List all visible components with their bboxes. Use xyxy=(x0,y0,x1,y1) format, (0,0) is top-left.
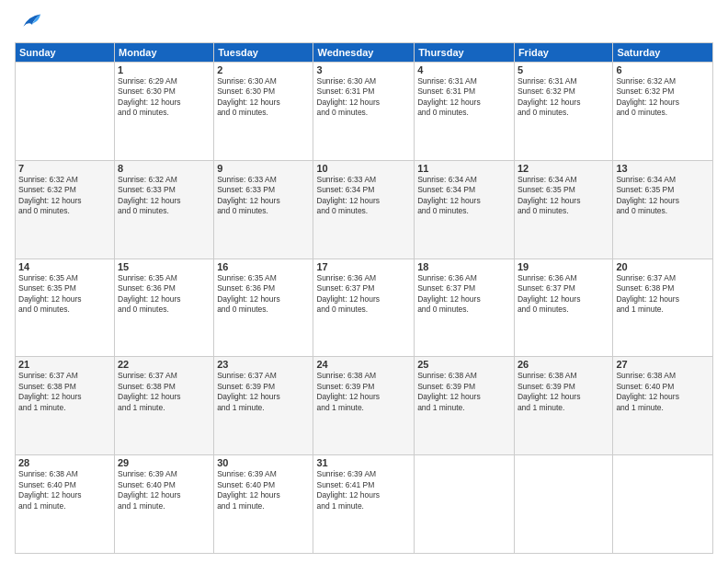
calendar-cell xyxy=(514,455,612,554)
day-info: Sunrise: 6:32 AMSunset: 6:33 PMDaylight:… xyxy=(118,175,210,217)
weekday-header-friday: Friday xyxy=(514,43,612,63)
weekday-header-tuesday: Tuesday xyxy=(214,43,313,63)
calendar-cell: 21Sunrise: 6:37 AMSunset: 6:38 PMDayligh… xyxy=(16,357,115,455)
day-number: 29 xyxy=(118,457,210,468)
calendar-cell: 28Sunrise: 6:38 AMSunset: 6:40 PMDayligh… xyxy=(16,455,115,554)
day-info: Sunrise: 6:38 AMSunset: 6:39 PMDaylight:… xyxy=(316,371,411,413)
day-number: 2 xyxy=(217,64,310,75)
day-number: 27 xyxy=(616,359,710,370)
day-number: 17 xyxy=(316,261,411,272)
day-info: Sunrise: 6:38 AMSunset: 6:40 PMDaylight:… xyxy=(18,469,111,511)
calendar-cell: 6Sunrise: 6:32 AMSunset: 6:32 PMDaylight… xyxy=(613,63,713,161)
calendar-cell: 8Sunrise: 6:32 AMSunset: 6:33 PMDaylight… xyxy=(115,160,214,259)
day-info: Sunrise: 6:34 AMSunset: 6:35 PMDaylight:… xyxy=(518,175,609,217)
calendar-cell: 12Sunrise: 6:34 AMSunset: 6:35 PMDayligh… xyxy=(514,160,612,259)
day-info: Sunrise: 6:29 AMSunset: 6:30 PMDaylight:… xyxy=(118,76,210,119)
calendar-cell xyxy=(613,455,713,554)
day-number: 12 xyxy=(518,163,609,174)
day-number: 15 xyxy=(118,261,210,272)
calendar-cell: 4Sunrise: 6:31 AMSunset: 6:31 PMDaylight… xyxy=(415,63,515,161)
calendar-cell: 29Sunrise: 6:39 AMSunset: 6:40 PMDayligh… xyxy=(115,455,214,554)
calendar-cell: 1Sunrise: 6:29 AMSunset: 6:30 PMDaylight… xyxy=(115,63,214,161)
calendar-cell: 3Sunrise: 6:30 AMSunset: 6:31 PMDaylight… xyxy=(313,63,415,161)
day-info: Sunrise: 6:35 AMSunset: 6:35 PMDaylight:… xyxy=(18,273,111,316)
day-info: Sunrise: 6:34 AMSunset: 6:34 PMDaylight:… xyxy=(417,175,511,217)
day-info: Sunrise: 6:30 AMSunset: 6:31 PMDaylight:… xyxy=(316,76,411,119)
day-info: Sunrise: 6:33 AMSunset: 6:33 PMDaylight:… xyxy=(217,175,310,217)
day-number: 14 xyxy=(18,261,111,272)
calendar-cell: 13Sunrise: 6:34 AMSunset: 6:35 PMDayligh… xyxy=(613,160,713,259)
week-row-4: 21Sunrise: 6:37 AMSunset: 6:38 PMDayligh… xyxy=(16,357,713,455)
calendar-cell: 26Sunrise: 6:38 AMSunset: 6:39 PMDayligh… xyxy=(514,357,612,455)
calendar-cell: 2Sunrise: 6:30 AMSunset: 6:30 PMDaylight… xyxy=(214,63,313,161)
day-number: 20 xyxy=(616,261,710,272)
day-number: 13 xyxy=(616,163,710,174)
day-number: 23 xyxy=(217,359,310,370)
calendar-cell: 19Sunrise: 6:36 AMSunset: 6:37 PMDayligh… xyxy=(514,259,612,357)
week-row-1: 1Sunrise: 6:29 AMSunset: 6:30 PMDaylight… xyxy=(16,63,713,161)
logo xyxy=(15,9,42,35)
calendar-cell: 23Sunrise: 6:37 AMSunset: 6:39 PMDayligh… xyxy=(214,357,313,455)
weekday-header-saturday: Saturday xyxy=(613,43,713,63)
week-row-5: 28Sunrise: 6:38 AMSunset: 6:40 PMDayligh… xyxy=(16,455,713,554)
day-number: 3 xyxy=(316,64,411,75)
day-info: Sunrise: 6:38 AMSunset: 6:39 PMDaylight:… xyxy=(417,371,511,413)
calendar-cell: 9Sunrise: 6:33 AMSunset: 6:33 PMDaylight… xyxy=(214,160,313,259)
week-row-2: 7Sunrise: 6:32 AMSunset: 6:32 PMDaylight… xyxy=(16,160,713,259)
day-number: 24 xyxy=(316,359,411,370)
day-info: Sunrise: 6:38 AMSunset: 6:40 PMDaylight:… xyxy=(616,371,710,413)
day-info: Sunrise: 6:36 AMSunset: 6:37 PMDaylight:… xyxy=(316,273,411,316)
calendar-table: SundayMondayTuesdayWednesdayThursdayFrid… xyxy=(15,42,713,554)
calendar-cell: 15Sunrise: 6:35 AMSunset: 6:36 PMDayligh… xyxy=(115,259,214,357)
day-info: Sunrise: 6:35 AMSunset: 6:36 PMDaylight:… xyxy=(118,273,210,316)
day-number: 19 xyxy=(518,261,609,272)
header xyxy=(15,9,713,35)
calendar-cell: 31Sunrise: 6:39 AMSunset: 6:41 PMDayligh… xyxy=(313,455,415,554)
weekday-header-row: SundayMondayTuesdayWednesdayThursdayFrid… xyxy=(16,43,713,63)
day-number: 18 xyxy=(417,261,511,272)
day-number: 28 xyxy=(18,457,111,468)
day-info: Sunrise: 6:34 AMSunset: 6:35 PMDaylight:… xyxy=(616,175,710,217)
day-number: 26 xyxy=(518,359,609,370)
weekday-header-thursday: Thursday xyxy=(415,43,515,63)
calendar-cell: 24Sunrise: 6:38 AMSunset: 6:39 PMDayligh… xyxy=(313,357,415,455)
day-number: 4 xyxy=(417,64,511,75)
day-info: Sunrise: 6:32 AMSunset: 6:32 PMDaylight:… xyxy=(616,76,710,119)
calendar-cell xyxy=(16,63,115,161)
calendar-cell: 11Sunrise: 6:34 AMSunset: 6:34 PMDayligh… xyxy=(415,160,515,259)
calendar-cell: 5Sunrise: 6:31 AMSunset: 6:32 PMDaylight… xyxy=(514,63,612,161)
day-info: Sunrise: 6:39 AMSunset: 6:40 PMDaylight:… xyxy=(118,469,210,511)
calendar-cell: 25Sunrise: 6:38 AMSunset: 6:39 PMDayligh… xyxy=(415,357,515,455)
day-number: 31 xyxy=(316,457,411,468)
day-number: 30 xyxy=(217,457,310,468)
calendar-cell: 22Sunrise: 6:37 AMSunset: 6:38 PMDayligh… xyxy=(115,357,214,455)
logo-bird-icon xyxy=(17,9,42,35)
day-number: 9 xyxy=(217,163,310,174)
day-info: Sunrise: 6:30 AMSunset: 6:30 PMDaylight:… xyxy=(217,76,310,119)
day-info: Sunrise: 6:33 AMSunset: 6:34 PMDaylight:… xyxy=(316,175,411,217)
day-info: Sunrise: 6:31 AMSunset: 6:32 PMDaylight:… xyxy=(518,76,609,119)
calendar-cell: 16Sunrise: 6:35 AMSunset: 6:36 PMDayligh… xyxy=(214,259,313,357)
day-info: Sunrise: 6:38 AMSunset: 6:39 PMDaylight:… xyxy=(518,371,609,413)
day-info: Sunrise: 6:39 AMSunset: 6:40 PMDaylight:… xyxy=(217,469,310,511)
day-info: Sunrise: 6:36 AMSunset: 6:37 PMDaylight:… xyxy=(518,273,609,316)
calendar-cell xyxy=(415,455,515,554)
day-number: 11 xyxy=(417,163,511,174)
day-number: 5 xyxy=(518,64,609,75)
day-info: Sunrise: 6:37 AMSunset: 6:39 PMDaylight:… xyxy=(217,371,310,413)
day-info: Sunrise: 6:37 AMSunset: 6:38 PMDaylight:… xyxy=(18,371,111,413)
weekday-header-sunday: Sunday xyxy=(16,43,115,63)
day-number: 21 xyxy=(18,359,111,370)
day-info: Sunrise: 6:35 AMSunset: 6:36 PMDaylight:… xyxy=(217,273,310,316)
calendar-cell: 10Sunrise: 6:33 AMSunset: 6:34 PMDayligh… xyxy=(313,160,415,259)
day-info: Sunrise: 6:32 AMSunset: 6:32 PMDaylight:… xyxy=(18,175,111,217)
calendar-cell: 30Sunrise: 6:39 AMSunset: 6:40 PMDayligh… xyxy=(214,455,313,554)
calendar-cell: 18Sunrise: 6:36 AMSunset: 6:37 PMDayligh… xyxy=(415,259,515,357)
weekday-header-wednesday: Wednesday xyxy=(313,43,415,63)
week-row-3: 14Sunrise: 6:35 AMSunset: 6:35 PMDayligh… xyxy=(16,259,713,357)
day-info: Sunrise: 6:37 AMSunset: 6:38 PMDaylight:… xyxy=(118,371,210,413)
day-info: Sunrise: 6:37 AMSunset: 6:38 PMDaylight:… xyxy=(616,273,710,316)
day-number: 8 xyxy=(118,163,210,174)
calendar-cell: 27Sunrise: 6:38 AMSunset: 6:40 PMDayligh… xyxy=(613,357,713,455)
day-number: 7 xyxy=(18,163,111,174)
